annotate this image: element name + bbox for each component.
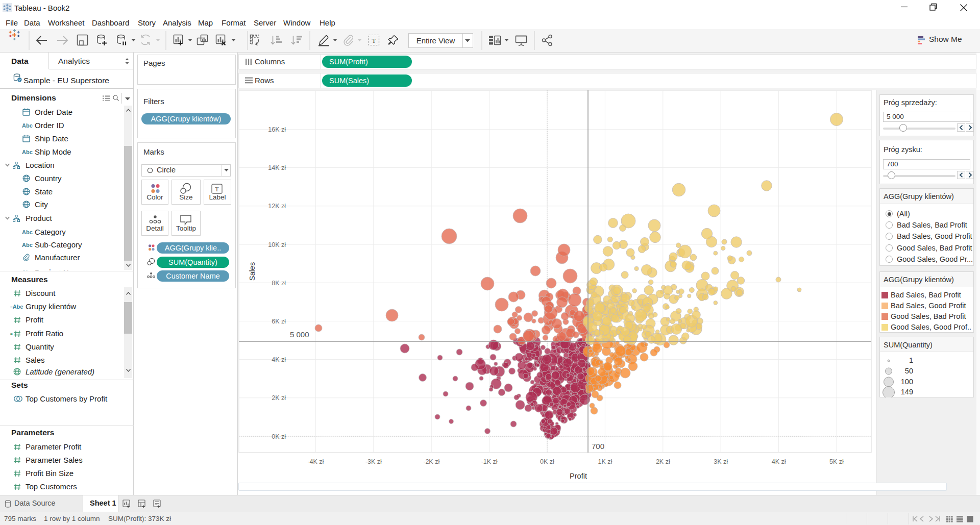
- svg-text:6K zł: 6K zł: [272, 318, 286, 325]
- svg-text:-2K zł: -2K zł: [423, 458, 439, 465]
- svg-text:-4K zł: -4K zł: [307, 458, 324, 465]
- svg-text:4K zł: 4K zł: [772, 458, 786, 465]
- svg-text:3K zł: 3K zł: [714, 458, 728, 465]
- svg-text:T: T: [215, 186, 219, 193]
- svg-text:T: T: [372, 37, 376, 44]
- svg-text:2K zł: 2K zł: [272, 394, 286, 402]
- svg-text:14K zł: 14K zł: [268, 164, 286, 171]
- svg-text:700: 700: [592, 442, 604, 451]
- svg-text:Abc: Abc: [22, 229, 33, 235]
- svg-text:0K zł: 0K zł: [540, 458, 554, 465]
- svg-text:4K zł: 4K zł: [272, 356, 286, 363]
- svg-text:1K zł: 1K zł: [598, 458, 612, 465]
- svg-text:=: =: [10, 332, 13, 336]
- svg-text:0K zł: 0K zł: [272, 433, 286, 440]
- svg-text:16K zł: 16K zł: [268, 126, 286, 133]
- svg-text:Abc: Abc: [22, 149, 33, 155]
- svg-text:-3K zł: -3K zł: [365, 458, 382, 465]
- svg-text:Sales: Sales: [248, 262, 256, 281]
- svg-text:=Abc: =Abc: [10, 304, 23, 310]
- svg-text:12K zł: 12K zł: [268, 203, 286, 210]
- svg-text:10K zł: 10K zł: [268, 241, 286, 248]
- svg-text:8K zł: 8K zł: [272, 280, 286, 287]
- svg-text:-1K zł: -1K zł: [481, 458, 498, 465]
- svg-text:5 000: 5 000: [290, 330, 309, 339]
- svg-text:Abc: Abc: [22, 122, 33, 129]
- svg-text:2K zł: 2K zł: [656, 458, 670, 465]
- svg-text:Abc: Abc: [22, 242, 33, 248]
- svg-text:Abc: Abc: [22, 269, 33, 271]
- svg-text:Profit: Profit: [570, 472, 587, 480]
- svg-text:5K zł: 5K zł: [829, 458, 844, 465]
